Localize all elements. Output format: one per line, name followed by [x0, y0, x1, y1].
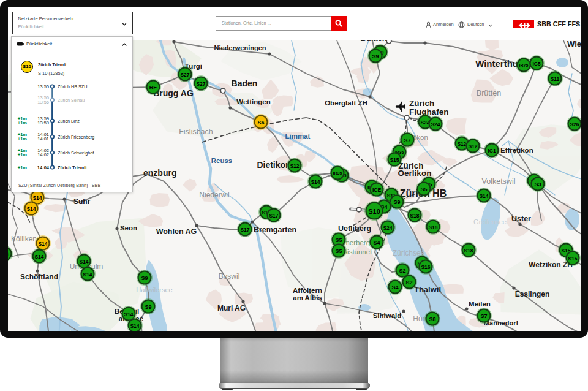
svg-text:Zürich Schweighof: Zürich Schweighof: [58, 150, 94, 156]
svg-text:Zürich Selnau: Zürich Selnau: [58, 97, 85, 103]
svg-text:RE: RE: [149, 85, 157, 91]
svg-text:Zürich Triemli: Zürich Triemli: [58, 165, 86, 170]
svg-text:Oberglatt ZH: Oberglatt ZH: [325, 99, 368, 107]
svg-text:Winterthur: Winterthur: [475, 58, 522, 69]
svg-text:Baden: Baden: [232, 78, 258, 88]
svg-text:am Albis: am Albis: [293, 294, 322, 302]
svg-text:S26: S26: [570, 121, 579, 127]
svg-text:Niederweningen: Niederweningen: [214, 44, 266, 51]
svg-text:Affoltern: Affoltern: [293, 287, 322, 294]
svg-text:IC5: IC5: [532, 61, 541, 67]
svg-text:S18: S18: [464, 248, 473, 254]
svg-text:S14: S14: [34, 254, 43, 260]
svg-text:Zürich Friesenberg: Zürich Friesenberg: [58, 134, 94, 140]
svg-text:S24: S24: [431, 121, 440, 127]
svg-text:Meilen: Meilen: [469, 300, 491, 308]
svg-text:S12: S12: [290, 163, 299, 169]
svg-text:S11: S11: [551, 76, 560, 82]
svg-text:Uster: Uster: [511, 214, 531, 223]
svg-text:Volketswil: Volketswil: [482, 177, 516, 186]
svg-text:+1m: +1m: [18, 136, 28, 142]
svg-text:S9: S9: [145, 304, 151, 310]
svg-text:S24: S24: [383, 225, 392, 231]
svg-text:S14: S14: [38, 241, 47, 247]
svg-text:Wiese: Wiese: [567, 40, 581, 48]
svg-text:S5: S5: [420, 186, 427, 192]
svg-text:enzburg: enzburg: [143, 168, 176, 178]
svg-text:Reuss: Reuss: [211, 157, 233, 164]
svg-text:Wohlen AG: Wohlen AG: [156, 227, 197, 236]
svg-text:S8: S8: [429, 316, 435, 322]
svg-text:S15: S15: [568, 256, 577, 262]
svg-text:Zürich Binz: Zürich Binz: [58, 118, 80, 124]
svg-text:13:55: 13:55: [37, 84, 49, 89]
svg-text:Wettingen: Wettingen: [236, 98, 270, 105]
svg-text:S14: S14: [26, 206, 36, 212]
svg-text:S10: S10: [368, 208, 380, 215]
svg-text:14:02: 14:02: [37, 152, 49, 158]
svg-text:IR75: IR75: [519, 63, 529, 67]
svg-text:S16: S16: [421, 264, 430, 270]
svg-text:Bremgarten: Bremgarten: [254, 226, 296, 234]
svg-text:Boswil: Boswil: [219, 272, 240, 281]
svg-text:S5: S5: [335, 248, 342, 254]
svg-text:S18: S18: [428, 224, 437, 230]
svg-text:S17: S17: [240, 227, 249, 233]
svg-text:S2: S2: [405, 279, 412, 286]
svg-text:S3: S3: [534, 181, 541, 188]
svg-text:Schöftland: Schöftland: [20, 273, 58, 281]
svg-text:Uetliberg: Uetliberg: [338, 224, 371, 233]
svg-text:14:04: 14:04: [37, 165, 50, 170]
svg-text:Greifensee: Greifensee: [473, 218, 507, 226]
svg-text:S7: S7: [480, 313, 487, 319]
svg-text:Flughafen: Flughafen: [409, 107, 449, 116]
svg-text:IR35: IR35: [333, 171, 342, 175]
svg-text:S6: S6: [257, 120, 264, 126]
svg-text:Bülach: Bülach: [360, 40, 386, 43]
svg-text:S9: S9: [141, 275, 148, 281]
svg-text:S4: S4: [373, 240, 380, 246]
svg-text:Thalwil: Thalwil: [414, 285, 441, 294]
svg-text:+1m: +1m: [18, 152, 28, 158]
svg-text:S14: S14: [311, 179, 320, 185]
svg-text:13:56: 13:56: [37, 99, 49, 105]
svg-text:S7: S7: [404, 137, 410, 143]
svg-text:S18: S18: [410, 213, 419, 219]
svg-text:S14: S14: [79, 259, 88, 265]
svg-text:S8: S8: [8, 251, 9, 257]
svg-text:Dietikon: Dietikon: [257, 160, 290, 170]
svg-text:+1m: +1m: [18, 165, 28, 170]
svg-text:S9: S9: [372, 53, 379, 59]
svg-text:S17: S17: [269, 213, 278, 219]
svg-text:Suhr: Suhr: [74, 197, 91, 206]
svg-text:S2: S2: [399, 268, 405, 274]
svg-text:Niederwil: Niederwil: [199, 191, 229, 199]
svg-text:Seon: Seon: [120, 224, 137, 232]
svg-text:ICE: ICE: [372, 187, 382, 193]
svg-text:Zürich HB SZU: Zürich HB SZU: [58, 84, 87, 89]
svg-text:Effretikon: Effretikon: [500, 146, 533, 154]
svg-text:13:59: 13:59: [37, 120, 49, 126]
svg-text:14:01: 14:01: [37, 136, 49, 142]
svg-text:Muri AG: Muri AG: [217, 304, 246, 313]
svg-text:Hallwilersee: Hallwilersee: [136, 286, 172, 294]
svg-text:S14: S14: [124, 311, 133, 317]
svg-text:Brütten: Brütten: [477, 89, 501, 97]
svg-text:Fislisbach: Fislisbach: [179, 127, 213, 136]
svg-text:S12: S12: [468, 143, 477, 150]
svg-text:S4: S4: [391, 284, 398, 290]
svg-text:Esslingen: Esslingen: [515, 290, 550, 298]
svg-text:S14: S14: [83, 271, 92, 278]
svg-text:S14: S14: [32, 195, 42, 201]
svg-text:Limmat: Limmat: [285, 132, 311, 140]
svg-text:+1m: +1m: [18, 120, 28, 126]
svg-text:Sihlwald: Sihlwald: [373, 312, 402, 319]
svg-text:S27: S27: [196, 81, 205, 87]
svg-text:S5: S5: [335, 237, 342, 243]
svg-text:S14: S14: [130, 323, 139, 329]
svg-text:Kölliken: Kölliken: [11, 235, 37, 243]
svg-text:S9: S9: [393, 199, 400, 205]
svg-text:S14: S14: [479, 193, 488, 199]
svg-text:S27: S27: [180, 72, 189, 78]
svg-text:IC1: IC1: [488, 148, 496, 154]
